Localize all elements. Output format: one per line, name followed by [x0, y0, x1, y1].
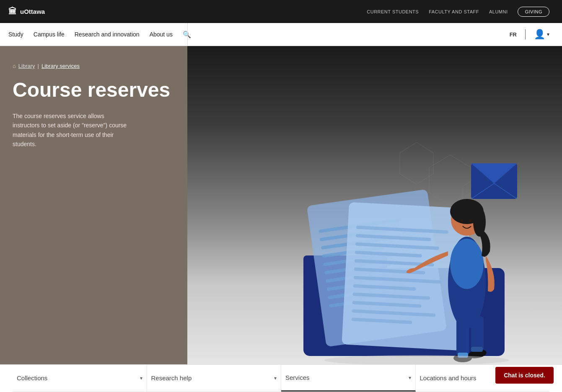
svg-point-38 — [461, 220, 463, 222]
footer-nav-research-label: Research help — [151, 374, 192, 382]
services-chevron-icon: ▾ — [409, 375, 411, 381]
footer-nav-collections[interactable]: Collections ▾ — [13, 365, 147, 391]
nav-research-innovation[interactable]: Research and innovation — [75, 31, 140, 38]
nav-alumni[interactable]: ALUMNI — [489, 9, 508, 14]
chat-button[interactable]: Chat is closed. — [495, 367, 554, 384]
user-menu[interactable]: 👤 ▾ — [534, 29, 549, 40]
svg-rect-45 — [471, 347, 483, 352]
main-nav-right: FR 👤 ▾ — [187, 23, 562, 46]
collections-chevron-icon: ▾ — [140, 375, 142, 381]
svg-rect-40 — [456, 316, 469, 358]
university-logo[interactable]: 🏛 uOttawa — [8, 7, 45, 16]
nav-campus-life[interactable]: Campus life — [34, 31, 65, 38]
nav-separator — [525, 29, 526, 39]
footer-nav-research-help[interactable]: Research help ▾ — [147, 365, 282, 391]
hero-illustration — [228, 121, 521, 364]
top-bar-nav: CURRENT STUDENTS FACULTY AND STAFF ALUMN… — [187, 0, 562, 23]
giving-button[interactable]: GIVING — [518, 7, 549, 17]
breadcrumb-separator: | — [38, 63, 39, 69]
footer-nav-locations-label: Locations and hours — [420, 374, 477, 382]
svg-marker-0 — [429, 155, 471, 205]
top-bar-logo-area: 🏛 uOttawa — [0, 0, 187, 23]
footer-nav-services[interactable]: Services ▾ — [281, 365, 416, 392]
language-toggle-fr[interactable]: FR — [510, 31, 517, 38]
svg-marker-2 — [400, 142, 433, 184]
hero-left-panel: ⌂ Library | Library services Course rese… — [0, 46, 187, 364]
nav-faculty-staff[interactable]: FACULTY AND STAFF — [429, 9, 479, 14]
footer-nav-collections-label: Collections — [17, 374, 47, 382]
nav-study[interactable]: Study — [8, 31, 23, 38]
user-chevron-icon: ▾ — [547, 31, 549, 37]
svg-point-34 — [450, 239, 484, 289]
breadcrumb-library-link[interactable]: Library — [18, 63, 35, 69]
nav-about-us[interactable]: About us — [150, 31, 173, 38]
user-icon: 👤 — [534, 29, 545, 40]
logo-icon: 🏛 — [8, 7, 17, 16]
research-chevron-icon: ▾ — [274, 375, 277, 381]
footer-nav-services-label: Services — [285, 374, 310, 381]
breadcrumb: ⌂ Library | Library services — [13, 63, 175, 69]
home-icon: ⌂ — [13, 63, 16, 69]
hero-description: The course reserves service allows instr… — [13, 111, 130, 149]
main-nav-links: Study Campus life Research and innovatio… — [0, 23, 187, 46]
footer-nav: Collections ▾ Research help ▾ Services ▾… — [0, 364, 562, 392]
hero-illustration-area — [187, 46, 562, 364]
main-nav: Study Campus life Research and innovatio… — [0, 23, 562, 46]
breadcrumb-library-services-link[interactable]: Library services — [41, 63, 80, 69]
top-bar: 🏛 uOttawa CURRENT STUDENTS FACULTY AND S… — [0, 0, 562, 23]
footer-nav-row-1: Collections ▾ Research help ▾ Services ▾… — [13, 365, 549, 392]
nav-current-students[interactable]: CURRENT STUDENTS — [367, 9, 419, 14]
svg-point-39 — [469, 220, 471, 222]
page-title: Course reserves — [13, 79, 175, 101]
hero-section: ⌂ Library | Library services Course rese… — [0, 46, 562, 364]
logo-text: uOttawa — [20, 8, 45, 15]
